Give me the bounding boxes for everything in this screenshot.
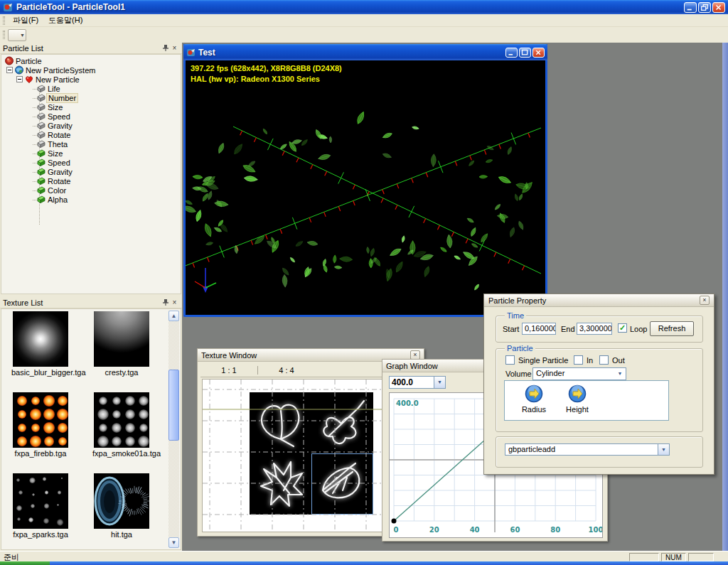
single-particle-checkbox[interactable] [505,355,515,365]
menu-file[interactable]: 파일(F) [8,14,43,27]
leaf-particle [289,257,296,263]
spark-sprite [18,490,23,495]
smoke-sprite [97,436,109,447]
texture-combo-value: gbparticleadd [505,444,658,455]
param-item-height[interactable]: Height [560,384,595,414]
smoke-sprite [99,397,108,406]
tree-item-life[interactable]: Life [36,84,62,93]
tab-4-4[interactable]: 4 : 4 [258,365,315,377]
leaf-particle [412,126,419,130]
leaf-particle [514,193,518,201]
chevron-down-icon[interactable]: ▼ [614,368,626,380]
spark-sprite [28,517,34,523]
tree-expander-minus[interactable] [6,67,13,73]
spark-sprite [45,490,49,495]
close-icon[interactable]: × [700,296,710,305]
test-window-titlebar[interactable]: Test [183,44,547,60]
tree-item-gravity[interactable]: Gravity [36,121,74,130]
leaf-particle [318,153,331,161]
tree-item-label: New ParticleSystem [24,66,97,75]
texture-thumbnail-hit[interactable] [94,473,149,529]
chevron-down-icon[interactable]: ▼ [658,444,669,455]
close-icon[interactable]: × [170,298,179,307]
box-green-icon [36,195,46,204]
texture-thumbnail-fire-grid[interactable] [13,392,68,448]
x-tick-label: 40 [470,526,480,534]
texture-item[interactable]: fxpa_smoke01a.tga [92,392,151,458]
tree-item-number[interactable]: Number [36,93,78,102]
tree-item-alpha[interactable]: Alpha [36,195,69,204]
tree-item-speed[interactable]: Speed [36,158,72,167]
texture-thumbnail-crest[interactable] [94,311,149,367]
render-viewport[interactable]: 397.22 fps (628x442), X8R8G8B8 (D24X8) H… [186,60,545,313]
leaf-particle [253,235,265,246]
particle-property-titlebar[interactable]: Particle Property × [484,294,714,307]
tree-item-new-particlesystem[interactable]: New ParticleSystem [14,65,97,75]
scroll-up-button[interactable]: ▲ [168,311,179,321]
device-line: HAL (hw vp): Radeon X1300 Series [191,74,342,85]
texture-item[interactable]: hit.tga [92,473,151,539]
scrollbar-thumb[interactable] [168,370,179,441]
texture-item[interactable]: cresty.tga [92,311,151,377]
texture-item[interactable]: basic_blur_bigger.tga [11,311,70,377]
menu-help[interactable]: 도움말(H) [43,14,87,27]
tree-item-particle[interactable]: Particle [4,56,43,65]
close-icon[interactable]: × [170,44,179,53]
leaf-particle [401,235,405,242]
pin-icon[interactable] [161,44,170,53]
tree-item-gravity[interactable]: Gravity [36,167,74,176]
close-button[interactable] [532,48,545,58]
minimize-button[interactable] [505,48,518,58]
chevron-down-icon[interactable]: ▼ [434,377,445,388]
volume-parameter-list[interactable]: RadiusHeight [504,380,669,421]
leaf-particle [295,240,304,247]
pin-icon[interactable] [161,298,170,307]
volume-combobox[interactable]: Cylinder ▼ [532,367,626,380]
tree-item-size[interactable]: Size [36,102,64,112]
close-button[interactable] [712,2,725,13]
start-input[interactable]: 0,160000 [522,323,556,335]
tree-item-size[interactable]: Size [36,149,64,158]
texture-list-header: Texture List × [0,297,182,308]
texture-item[interactable]: fxpa_sparks.tga [11,473,70,539]
tree-item-rotate[interactable]: Rotate [36,176,72,185]
out-checkbox[interactable] [599,355,609,365]
particle-scene [186,60,545,313]
texture-item[interactable]: fxpa_firebb.tga [11,392,70,458]
loop-checkbox[interactable]: ✓ [618,323,627,333]
start-label: Start [503,325,519,333]
end-input[interactable]: 3,300000 [577,323,612,335]
minimize-button[interactable] [684,2,697,13]
graph-value-combobox[interactable]: 400.0 ▼ [389,376,446,389]
texture-thumbnail-blur[interactable] [13,311,68,367]
start-button-edge[interactable] [0,561,50,565]
tree-item-label: Gravity [46,122,74,130]
tab-1-1[interactable]: 1 : 1 [200,365,257,377]
scroll-down-button[interactable]: ▼ [168,537,179,548]
tree-expander-minus[interactable] [16,76,23,82]
texture-thumbnail-sparks[interactable] [13,473,68,529]
param-item-radius[interactable]: Radius [516,384,552,414]
tree-item-color[interactable]: Color [36,185,68,195]
smoke-sprite [139,409,148,419]
leaf-particle [301,139,309,146]
refresh-button[interactable]: Refresh [650,321,694,336]
flame-sprite [44,436,54,446]
tree-item-new-particle[interactable]: New Particle [24,75,81,84]
spark-sprite [57,504,59,506]
tree-item-speed[interactable]: Speed [36,112,72,121]
texture-thumbnail-smoke-grid[interactable] [94,392,149,448]
tree-item-rotate[interactable]: Rotate [36,130,72,139]
maximize-button[interactable] [519,48,531,58]
leaf-particle [454,255,461,261]
menu-grip[interactable] [3,16,5,25]
test-window-title: Test [198,48,215,58]
toolbar-grip[interactable] [3,31,5,39]
restore-button[interactable] [698,2,711,13]
in-checkbox[interactable] [574,355,583,365]
toolbar-dropdown-button[interactable]: ▼ [8,29,26,41]
box-green-icon [36,176,46,185]
texture-combobox[interactable]: gbparticleadd ▼ [505,443,670,456]
leaf-particle [439,247,447,253]
tree-item-theta[interactable]: Theta [36,139,69,149]
